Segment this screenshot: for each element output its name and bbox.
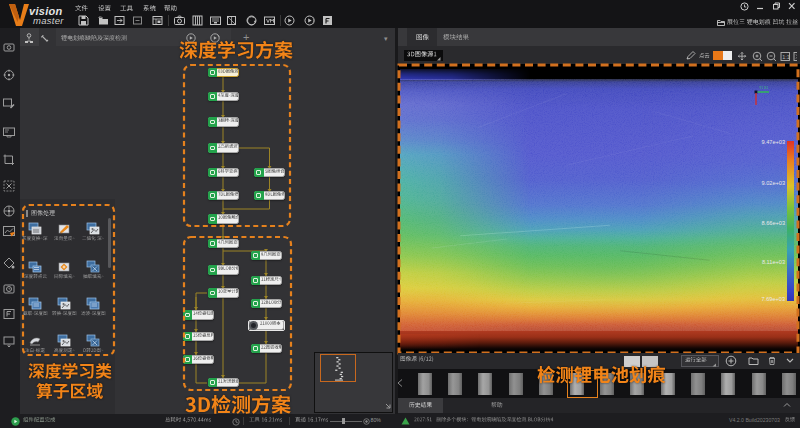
svg-text:1:1: 1:1 xyxy=(782,53,790,59)
